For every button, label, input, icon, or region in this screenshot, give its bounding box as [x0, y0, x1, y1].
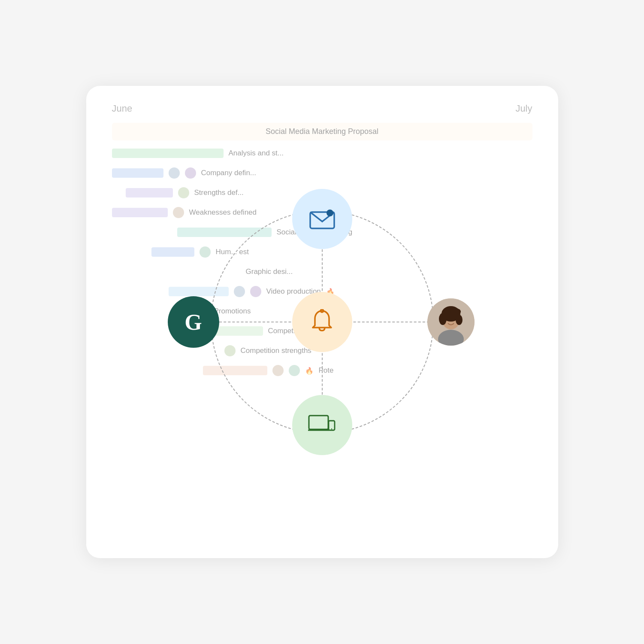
g-logo: G [168, 296, 219, 348]
devices-icon [308, 414, 336, 436]
gantt-bar [112, 168, 163, 178]
table-row: Analysis and st... [112, 146, 532, 160]
overlay-diagram: G [176, 176, 468, 468]
user-avatar-svg [427, 298, 475, 346]
gantt-bar [126, 188, 173, 197]
month-june: June [112, 103, 133, 114]
month-july: July [515, 103, 532, 114]
main-card: June July Social Media Marketing Proposa… [86, 86, 558, 558]
email-icon [309, 209, 335, 229]
bell-icon-circle [292, 292, 352, 352]
month-labels: June July [112, 103, 532, 114]
svg-point-14 [450, 308, 461, 315]
gantt-bar [112, 208, 168, 217]
bell-icon [310, 309, 334, 335]
gantt-label: Analysis and st... [229, 149, 284, 158]
devices-icon-circle [292, 395, 352, 455]
svg-rect-3 [309, 416, 328, 429]
svg-point-12 [456, 315, 463, 325]
gantt-bar [112, 149, 224, 158]
gantt-section-header: Social Media Marketing Proposal [112, 123, 532, 140]
svg-point-13 [442, 309, 450, 316]
g-logo-letter: G [184, 310, 202, 335]
svg-point-1 [327, 210, 333, 216]
user-photo [427, 298, 475, 346]
email-icon-circle [292, 189, 352, 249]
